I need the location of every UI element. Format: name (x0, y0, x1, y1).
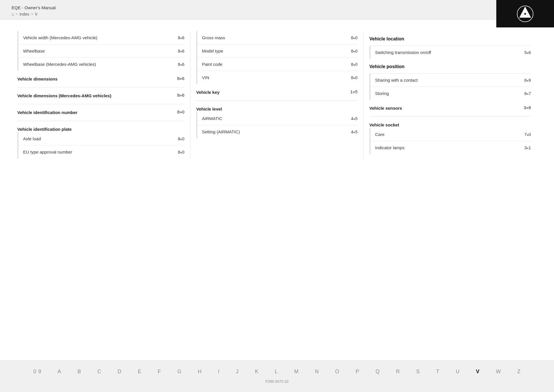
alpha-item-e[interactable]: E (130, 366, 149, 377)
alpha-item-z[interactable]: Z (509, 366, 529, 377)
alpha-item-l[interactable]: L (267, 366, 286, 377)
entry-label: Gross mass (202, 35, 348, 40)
breadcrumb-index[interactable]: Index (19, 12, 29, 16)
entry-label: Vehicle identification number (17, 109, 174, 115)
entry-label: Wheelbase (23, 48, 175, 53)
list-item: EU type approval number 8»0 (18, 145, 184, 158)
page-header: EQE - Owner's Manual ⌂ > Index > V (0, 0, 554, 20)
list-item: Vehicle sensors 3»8 (369, 100, 531, 117)
alpha-item-d[interactable]: D (109, 366, 130, 377)
list-item: Care 7»0 (370, 128, 531, 141)
alpha-item-f[interactable]: F (149, 366, 169, 377)
entry-label: Vehicle dimensions (Mercedes-AMG vehicle… (17, 93, 174, 99)
entry-label: Vehicle level (196, 106, 358, 112)
entry-label: EU type approval number (23, 150, 175, 154)
entry-page: 4»5 (351, 116, 358, 121)
alpha-item-j[interactable]: J (228, 366, 247, 377)
mercedes-star-icon (516, 5, 534, 23)
section-header-vehicle-position: Vehicle position (369, 59, 531, 74)
list-item: Vehicle identification plate (17, 121, 184, 132)
entry-label: Axle load (23, 136, 175, 141)
header-left: EQE - Owner's Manual ⌂ > Index > V (12, 5, 56, 16)
section-header-vehicle-location: Vehicle location (369, 31, 531, 46)
alphabet-navigation: 0 9 A B C D E F G H I J K L M N O P Q R … (0, 360, 554, 387)
alpha-item-v[interactable]: V (468, 366, 488, 377)
alpha-item-09[interactable]: 0 9 (25, 366, 49, 377)
list-item: Sharing with a contact 6»9 (370, 74, 531, 87)
index-columns: Vehicle width (Mercedes-AMG vehicle) 8»6… (17, 31, 537, 158)
entry-label: VIN (202, 75, 348, 80)
list-item: Vehicle dimensions 8»6 (17, 71, 184, 87)
alpha-row: 0 9 A B C D E F G H I J K L M N O P Q R … (0, 366, 554, 377)
list-item: Storing 6»7 (370, 87, 531, 100)
entry-label: Setting (AIRMATIC) (202, 129, 348, 134)
entry-label: Vehicle key (196, 89, 347, 95)
list-item: Indicator lamps 3»1 (370, 141, 531, 154)
list-item: Vehicle socket (369, 117, 531, 128)
alpha-item-t[interactable]: T (428, 366, 448, 377)
entry-page: 7»0 (524, 132, 531, 137)
entry-page: 1»5 (350, 89, 358, 94)
list-item: Vehicle key 1»5 (196, 84, 358, 101)
alpha-item-c[interactable]: C (89, 366, 109, 377)
breadcrumb: ⌂ > Index > V (12, 12, 56, 16)
entry-page: 8»0 (178, 150, 184, 154)
entry-label: Sharing with a contact (375, 78, 521, 83)
entry-label: Model type (202, 48, 348, 53)
vehicle-location-subgroup: Switching transmission on/off 5»6 (369, 46, 531, 59)
column-3: Vehicle location Switching transmission … (364, 31, 537, 158)
alpha-item-m[interactable]: M (286, 366, 307, 377)
list-item: Vehicle identification number 8»0 (17, 104, 184, 121)
footer-code: F295 0075 02 (265, 379, 289, 384)
entry-label: Vehicle sensors (369, 105, 521, 111)
alpha-item-s[interactable]: S (408, 366, 428, 377)
alpha-item-i[interactable]: I (210, 366, 228, 377)
vehicle-id-plate-col2-subgroup: Gross mass 8»0 Model type 8»0 Paint code… (196, 31, 358, 84)
column-1: Vehicle width (Mercedes-AMG vehicle) 8»6… (17, 31, 190, 158)
entry-page: 8»0 (177, 109, 184, 114)
alpha-item-b[interactable]: B (69, 366, 89, 377)
section-header-label: Vehicle position (369, 64, 405, 69)
alpha-item-u[interactable]: U (448, 366, 468, 377)
alpha-item-a[interactable]: A (49, 366, 69, 377)
alpha-item-h[interactable]: H (190, 366, 210, 377)
document-title: EQE - Owner's Manual (12, 5, 56, 10)
entry-label: Care (375, 132, 521, 137)
alpha-item-k[interactable]: K (247, 366, 267, 377)
home-icon[interactable]: ⌂ (12, 12, 14, 16)
list-item: Wheelbase (Mercedes-AMG vehicles) 8»6 (18, 58, 184, 71)
alpha-item-g[interactable]: G (169, 366, 190, 377)
list-item: Model type 8»0 (197, 44, 358, 58)
entry-page: 8»6 (178, 62, 184, 67)
alpha-item-w[interactable]: W (488, 366, 509, 377)
entry-page: 6»9 (524, 78, 531, 83)
list-item: Wheelbase 8»6 (18, 44, 184, 58)
list-item: AIRMATIC 4»5 (197, 112, 358, 125)
vehicle-position-subgroup: Sharing with a contact 6»9 Storing 6»7 (369, 74, 531, 100)
alpha-item-p[interactable]: P (348, 366, 368, 377)
logo-area (496, 0, 554, 27)
vehicle-dimensions-subgroup: Vehicle width (Mercedes-AMG vehicle) 8»6… (17, 31, 184, 71)
entry-label: Vehicle socket (369, 122, 531, 128)
alpha-item-q[interactable]: Q (368, 366, 388, 377)
sep1: > (16, 12, 18, 16)
list-item: VIN 8»0 (197, 71, 358, 84)
sep2: > (31, 12, 33, 16)
entry-page: 4»5 (351, 129, 358, 134)
alpha-item-o[interactable]: O (327, 366, 348, 377)
alpha-item-n[interactable]: N (307, 366, 327, 377)
list-item: Gross mass 8»0 (197, 31, 358, 44)
section-header-label: Vehicle location (369, 36, 404, 41)
entry-label: Indicator lamps (375, 145, 521, 150)
entry-page: 8»0 (178, 136, 184, 141)
vehicle-socket-subgroup: Care 7»0 Indicator lamps 3»1 (369, 128, 531, 154)
entry-page: 5»6 (524, 50, 531, 55)
entry-label: Vehicle identification plate (17, 126, 184, 132)
entry-page: 8»0 (351, 35, 358, 40)
entry-page: 8»0 (351, 75, 358, 80)
main-content: Vehicle width (Mercedes-AMG vehicle) 8»6… (0, 20, 554, 360)
alpha-item-r[interactable]: R (388, 366, 408, 377)
list-item: Axle load 8»0 (18, 132, 184, 145)
entry-page: 6»7 (524, 91, 531, 96)
entry-page: 8»6 (177, 93, 184, 98)
